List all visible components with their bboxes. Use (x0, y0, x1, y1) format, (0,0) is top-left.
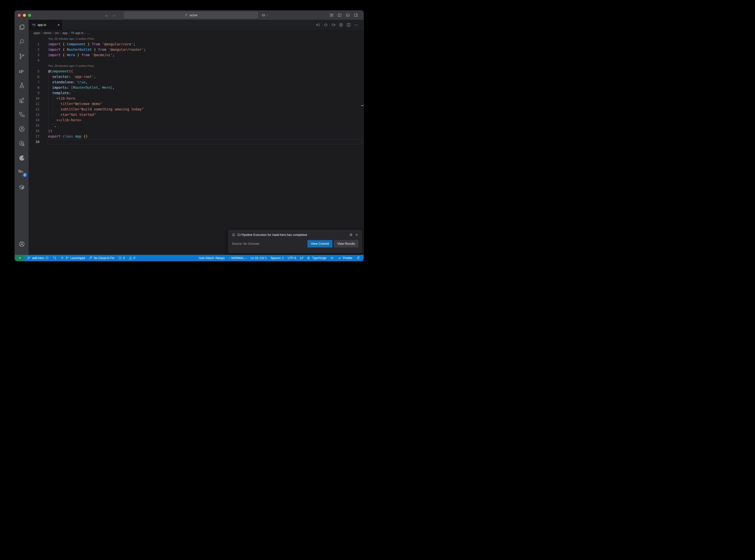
status-item-prettier[interactable]: Prettier (338, 256, 352, 260)
activity-item-debug[interactable] (15, 66, 28, 76)
tab-app-ts[interactable]: TS app.ts × (28, 20, 62, 30)
editor-group: TS app.ts × apps›demo›src›app›TSapp.ts›…… (28, 20, 363, 255)
copilot-icon[interactable] (261, 13, 265, 17)
nav-circle-left-icon[interactable] (316, 23, 320, 27)
command-center-value: acme (190, 13, 198, 17)
navigate-back-icon[interactable]: ← (104, 13, 109, 18)
double-check-icon (338, 256, 341, 260)
code-line-7[interactable]: 7 standalone: true, (28, 79, 363, 85)
badge-count: 2 (23, 173, 27, 177)
code-editor[interactable]: You, 26 minutes ago | 1 author (You)1imp… (28, 36, 363, 255)
activity-item-nx-run[interactable] (15, 124, 28, 134)
navigate-forward-icon[interactable]: → (112, 13, 116, 18)
activity-item-testing[interactable] (15, 80, 28, 90)
nx-target-icon[interactable] (339, 23, 343, 27)
breadcrumb-item[interactable]: apps (34, 31, 40, 35)
code-line-18[interactable]: 18 (28, 139, 363, 144)
activity-item-account[interactable] (15, 239, 28, 249)
status-item--normal-[interactable]: -- NORMAL -- (229, 256, 247, 260)
line-number: 16 (28, 128, 39, 134)
breadcrumb-item[interactable]: TSapp.ts (71, 31, 84, 35)
status-item-add-hero[interactable]: add-hero (27, 256, 49, 260)
nav-circle-icon[interactable] (323, 23, 328, 27)
code-line-13[interactable]: 13 cta="Get Started" (28, 112, 363, 117)
status-item-auto-attach-always[interactable]: Auto Attach: Always (199, 256, 225, 260)
layout-panel-icon[interactable] (346, 13, 350, 17)
status-item-0[interactable]: 0 (129, 256, 135, 260)
code-line-17[interactable]: 17export class App {} (28, 134, 363, 139)
view-commit-button[interactable]: View Commit (307, 240, 332, 247)
breadcrumb-item[interactable]: src (55, 31, 59, 35)
code-line-1[interactable]: 1import { Component } from '@angular/cor… (28, 41, 363, 47)
split-editor-icon[interactable] (346, 23, 351, 27)
status-item-typescript[interactable]: {}TypeScript (307, 256, 326, 260)
status-item-spaces-2[interactable]: Spaces: 2 (271, 256, 283, 260)
tab-label: app.ts (38, 23, 46, 27)
line-number: 18 (28, 139, 39, 144)
chevron-down-icon (266, 14, 269, 17)
code-line-15[interactable]: 15 `, (28, 123, 363, 128)
code-line-2[interactable]: 2import { RouterOutlet } from '@angular/… (28, 47, 363, 52)
files-icon (19, 24, 25, 31)
extensions-icon (19, 97, 25, 103)
status-item-utf-8[interactable]: UTF-8 (288, 256, 296, 260)
breadcrumb-item[interactable]: … (87, 31, 90, 35)
wrench-icon (89, 256, 93, 260)
status-item[interactable] (330, 256, 334, 260)
code-line-8[interactable]: 8 imports: [RouterOutlet, Hero], (28, 85, 363, 90)
vscode-window: ← → acme N››2 TS app.ts × apps›demo›src›… (15, 11, 364, 261)
code-line-9[interactable]: 9 template: ` (28, 90, 363, 96)
customize-layout-icon[interactable] (330, 13, 334, 17)
overview-ruler-mark (361, 105, 363, 106)
status-item-nx-cloud-ai-fix[interactable]: Nx Cloud AI Fix (89, 256, 114, 260)
code-line-16[interactable]: 16}) (28, 128, 363, 134)
line-number: 2 (28, 47, 39, 52)
activity-item-nx-search[interactable] (15, 139, 28, 148)
remote-indicator[interactable] (15, 255, 25, 261)
notification-close-icon[interactable] (355, 233, 358, 237)
code-line-11[interactable]: 11 title="Welcmoe demo" (28, 101, 363, 106)
layout-sidebar-icon[interactable] (338, 13, 342, 17)
code-line-3[interactable]: 3import { Hero } from '@acme/ui'; (28, 52, 363, 58)
activity-item-references[interactable] (15, 109, 28, 119)
activity-item-console[interactable] (15, 153, 28, 163)
nx-run-icon (19, 126, 25, 132)
more-actions-icon[interactable] (354, 23, 358, 27)
indent-guide (53, 96, 53, 117)
activity-item-nx-console[interactable]: N››2 (15, 167, 28, 178)
status-item[interactable] (356, 256, 360, 260)
warning-icon (129, 256, 133, 260)
status-item-0[interactable]: 0 (118, 256, 125, 260)
status-item[interactable] (53, 256, 57, 260)
breadcrumb-item[interactable]: app (62, 31, 67, 35)
status-item-ln-18-col-1[interactable]: Ln 18, Col 1 (251, 256, 267, 260)
activity-item-extensions[interactable] (15, 95, 28, 105)
view-results-button[interactable]: View Results (334, 240, 358, 247)
command-center-search[interactable]: acme (124, 12, 258, 18)
status-item-lf[interactable]: LF (300, 256, 303, 260)
code-line-6[interactable]: 6 selector: 'app-root', (28, 74, 363, 79)
close-window-button[interactable] (18, 14, 21, 17)
layout-sidebar-right-icon[interactable] (354, 13, 358, 17)
nav-circle-right-icon[interactable] (331, 23, 336, 27)
breadcrumb-item[interactable]: demo (44, 31, 51, 35)
notification-settings-icon[interactable] (349, 233, 353, 237)
status-item-launchpad[interactable]: Launchpad (60, 256, 85, 260)
activity-bar: N››2 (15, 20, 28, 255)
activity-item-files[interactable] (15, 22, 28, 32)
copilot-icon (330, 256, 334, 260)
maximize-window-button[interactable] (28, 14, 31, 17)
activity-item-package[interactable] (15, 182, 28, 192)
activity-item-source-control[interactable] (15, 51, 28, 61)
line-number: 12 (28, 106, 39, 112)
code-line-12[interactable]: 12 subtitle="Build something amazing tod… (28, 106, 363, 112)
git-branch-icon (65, 256, 69, 260)
code-line-5[interactable]: 5@Component({ (28, 68, 363, 74)
code-line-4[interactable]: 4 (28, 58, 363, 63)
code-line-10[interactable]: 10 <lib-hero (28, 96, 363, 101)
activity-item-search-side[interactable] (15, 37, 28, 46)
close-tab-icon[interactable]: × (57, 23, 60, 27)
minimize-window-button[interactable] (23, 14, 26, 17)
code-line-14[interactable]: 14 ></lib-hero> (28, 117, 363, 123)
line-number: 4 (28, 58, 39, 63)
